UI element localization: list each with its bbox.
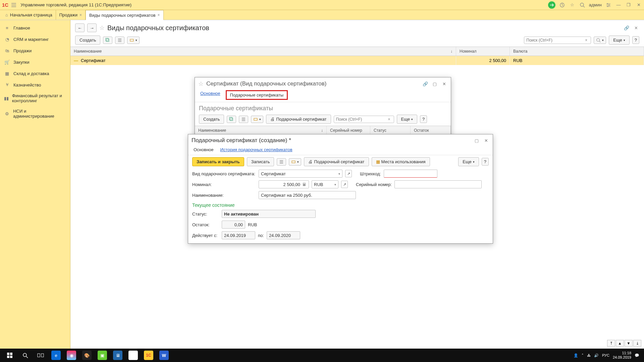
taskview-button[interactable] — [33, 349, 48, 362]
modal-print-dropdown[interactable]: ▾ — [251, 116, 263, 123]
table-row[interactable]: — Сертификат 2 500,00 RUB — [70, 56, 644, 65]
tray-lang[interactable]: РУС — [602, 353, 609, 357]
modal-col-serial[interactable]: Серийный номер — [327, 126, 370, 135]
subtab-history[interactable]: История подарочных сертификатов — [219, 146, 294, 153]
modal-list-button[interactable] — [239, 116, 248, 123]
save-close-button[interactable]: Записать и закрыть — [192, 157, 244, 166]
scroll-bottom-button[interactable]: ⤓ — [633, 340, 641, 347]
create-button[interactable]: Создать — [75, 36, 100, 45]
notifications-icon[interactable] — [548, 1, 555, 9]
more-button[interactable]: Еще ▾ — [458, 157, 479, 166]
column-name[interactable]: Наименование ↓ — [70, 47, 456, 56]
sidebar-item-treasury[interactable]: ￥ Казначейство — [0, 79, 70, 90]
search-button[interactable] — [17, 349, 33, 362]
taskbar-app-edge[interactable]: e — [48, 349, 64, 362]
search-input[interactable] — [526, 38, 584, 43]
calculator-icon[interactable]: 🖩 — [302, 182, 307, 187]
list-view-button[interactable] — [115, 37, 124, 44]
nominal-input[interactable]: 2 500,00 🖩 — [259, 180, 309, 188]
link-icon[interactable]: 🔗 — [422, 80, 429, 87]
tab-close-icon[interactable]: × — [79, 13, 82, 17]
tab-sales[interactable]: Продажи × — [56, 10, 86, 20]
column-nominal[interactable]: Номинал — [456, 47, 510, 56]
taskbar-app-maps[interactable]: ◉ — [64, 349, 79, 362]
tray-clock[interactable]: 11:18 24.09.2019 — [613, 351, 631, 360]
subtab-main[interactable]: Основное — [199, 90, 222, 100]
search-field[interactable]: × — [524, 37, 591, 44]
subtab-main[interactable]: Основное — [192, 146, 215, 153]
currency-select[interactable]: RUB ▾ — [312, 180, 338, 188]
list-button[interactable] — [277, 158, 286, 166]
tab-home[interactable]: ⌂ Начальная страница — [2, 10, 56, 20]
modal-help-button[interactable]: ? — [420, 115, 427, 123]
modal-more-button[interactable]: Еще ▾ — [397, 115, 417, 124]
sidebar-item-sales[interactable]: 🛍 Продажи — [0, 45, 70, 56]
save-button[interactable]: Записать — [247, 157, 274, 166]
hamburger-icon[interactable] — [10, 1, 18, 9]
modal-col-rest[interactable]: Остаток — [411, 126, 451, 135]
sidebar-item-crm[interactable]: ◔ CRM и маркетинг — [0, 34, 70, 45]
help-button[interactable]: ? — [632, 36, 639, 44]
modal-close[interactable]: ✕ — [483, 137, 489, 144]
start-button[interactable] — [2, 349, 17, 362]
help-button[interactable]: ? — [482, 158, 489, 166]
scroll-up-button[interactable]: ▲ — [616, 340, 624, 347]
tray-notifications-icon[interactable]: 💬 — [635, 353, 639, 358]
history-icon[interactable] — [559, 2, 566, 8]
column-currency[interactable]: Валюта — [510, 47, 644, 56]
more-button[interactable]: Еще ▾ — [609, 36, 629, 45]
modal-maximize[interactable]: ▢ — [431, 80, 438, 87]
taskbar-app-1c[interactable]: 1С — [141, 349, 156, 362]
places-button[interactable]: ▦ Места использования — [372, 157, 430, 166]
favorite-star-icon[interactable]: ☆ — [198, 80, 204, 87]
window-minimize[interactable]: — — [615, 2, 622, 8]
close-page-icon[interactable]: ✕ — [633, 24, 639, 31]
search-clear-icon[interactable]: × — [387, 117, 392, 122]
user-name[interactable]: админ — [589, 2, 602, 7]
scroll-down-button[interactable]: ▼ — [625, 340, 633, 347]
barcode-input[interactable] — [384, 170, 437, 178]
taskbar-app-vm[interactable]: 🖥 — [110, 349, 125, 362]
modal-search-field[interactable]: × — [334, 116, 394, 123]
search-button[interactable]: ▾ — [594, 37, 606, 44]
sidebar-item-storage[interactable]: ▦ Склад и доставка — [0, 68, 70, 79]
modal-col-status[interactable]: Статус — [370, 126, 411, 135]
tray-chevron-up-icon[interactable]: ˄ — [582, 353, 584, 358]
settings-icon[interactable] — [605, 2, 612, 8]
link-icon[interactable]: 🔗 — [623, 24, 630, 31]
sidebar-item-main[interactable]: ≡ Главное — [0, 22, 70, 34]
tab-close-icon[interactable]: × — [158, 13, 160, 17]
tray-network-icon[interactable]: 🖧 — [587, 353, 591, 357]
search-clear-icon[interactable]: × — [584, 38, 589, 43]
sidebar-item-purchases[interactable]: 🛒 Закупки — [0, 56, 70, 68]
window-restore[interactable]: ❐ — [625, 2, 632, 8]
favorite-star-icon[interactable]: ☆ — [99, 24, 105, 32]
modal-maximize[interactable]: ▢ — [473, 137, 480, 144]
print-cert-button[interactable]: 🖨 Подарочный сертификат — [304, 157, 369, 166]
taskbar-app-word[interactable]: W — [156, 349, 172, 362]
modal-close[interactable]: ✕ — [441, 80, 447, 87]
nav-forward-button[interactable]: → — [87, 23, 97, 32]
star-icon[interactable]: ☆ — [569, 2, 576, 8]
taskbar-app-chrome[interactable]: ◎ — [125, 349, 141, 362]
currency-open-button[interactable]: ↗ — [341, 181, 348, 188]
kind-select[interactable]: Сертификат ▾ — [259, 170, 342, 178]
tray-people-icon[interactable]: 👤 — [574, 353, 578, 358]
print-dropdown-button[interactable]: ▾ — [289, 158, 301, 166]
modal-create-button[interactable]: Создать — [199, 115, 224, 124]
sidebar-item-admin[interactable]: ⚙ НСИ и администрирование — [0, 106, 70, 121]
copy-button[interactable] — [103, 37, 112, 44]
tray-volume-icon[interactable]: 🔊 — [594, 353, 599, 358]
modal-search-input[interactable] — [336, 117, 387, 122]
nav-back-button[interactable]: ← — [75, 23, 85, 32]
serial-input[interactable] — [394, 180, 482, 188]
modal-copy-button[interactable] — [227, 116, 236, 123]
kind-open-button[interactable]: ↗ — [345, 170, 352, 177]
sidebar-item-financial[interactable]: ▮▮ Финансовый результат и контроллинг — [0, 90, 70, 106]
name-input[interactable]: Сертификат на 2500 руб. — [259, 191, 356, 199]
modal-col-name[interactable]: Наименование ↓ — [195, 126, 327, 135]
subtab-certs[interactable]: Подарочные сертификаты — [226, 90, 288, 100]
search-icon[interactable] — [579, 2, 586, 8]
tab-cert-types[interactable]: Виды подарочных сертификатов × — [86, 10, 164, 20]
taskbar-app-green[interactable]: ▣ — [95, 349, 110, 362]
